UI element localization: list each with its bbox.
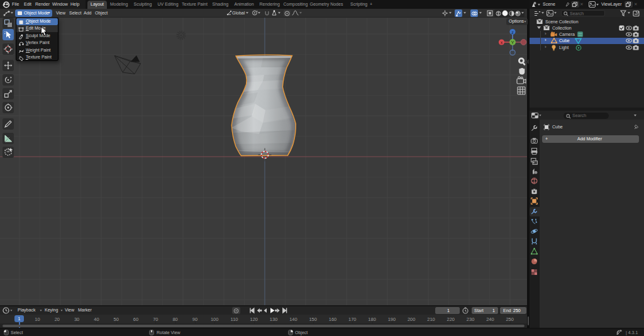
svg-text:Y: Y	[511, 40, 514, 45]
svg-text:z: z	[511, 30, 514, 35]
svg-text:x: x	[501, 40, 503, 45]
